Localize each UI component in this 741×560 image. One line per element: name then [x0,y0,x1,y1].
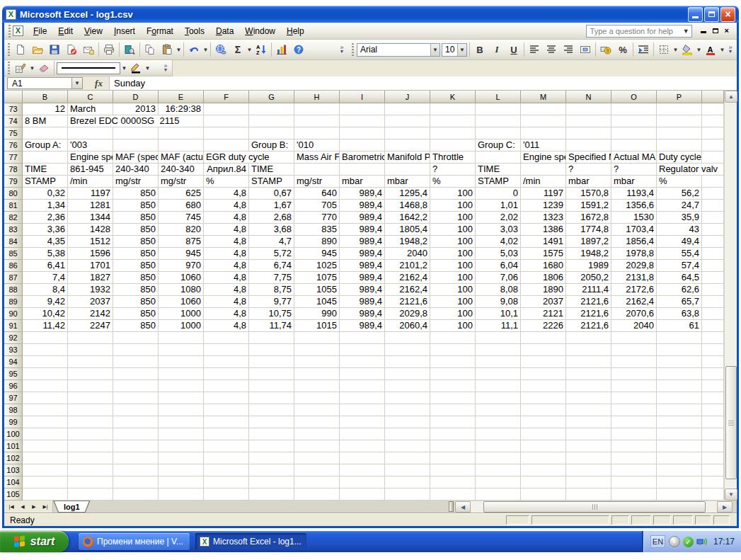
cell-O91[interactable]: 2040 [611,320,657,332]
cell-F77[interactable]: EGR duty cycle [204,152,249,164]
chevron-down-icon[interactable]: ▼ [696,47,702,53]
research-button[interactable] [121,41,138,58]
cell-E102[interactable] [159,452,204,464]
cell-I90[interactable]: 989,4 [340,308,385,320]
cell-H95[interactable] [294,368,340,380]
cell-M76[interactable]: '011 [521,139,566,152]
cell-E92[interactable] [159,332,204,344]
cell-D86[interactable]: 850 [113,260,159,272]
cell-I80[interactable]: 989,4 [340,188,385,200]
column-header-L[interactable]: L [476,91,521,103]
cell-G83[interactable]: 3,68 [249,224,294,236]
cell-F97[interactable] [204,392,249,404]
cell-P95[interactable] [657,368,702,380]
cell-B81[interactable]: 1,34 [23,200,68,212]
bold-icon[interactable]: B [471,41,488,58]
cell-B104[interactable] [23,476,68,488]
row-header-88[interactable]: 88 [4,284,23,296]
cell-B75[interactable] [23,127,68,139]
cell-L74[interactable] [476,115,521,127]
cell-E94[interactable] [159,356,204,368]
cell-I82[interactable]: 989,4 [340,212,385,224]
cell-I89[interactable]: 989,4 [340,296,385,308]
scroll-down-icon[interactable]: ▼ [725,488,737,501]
new-document-button[interactable] [12,41,29,58]
cell-F74[interactable] [204,115,249,127]
cell-I86[interactable]: 989,4 [340,260,385,272]
cell-K105[interactable] [430,488,476,501]
cell-N74[interactable] [566,115,611,127]
cell-L83[interactable]: 3,03 [476,224,521,236]
cell-D88[interactable]: 850 [113,284,159,296]
start-button[interactable]: start [0,531,69,552]
cell-N104[interactable] [566,476,611,488]
close-button[interactable]: × [720,7,735,22]
cell-J80[interactable]: 1295,4 [385,188,430,200]
cell-H104[interactable] [294,476,340,488]
row-header-102[interactable]: 102 [4,452,23,464]
cell-B98[interactable] [23,404,68,416]
new-document-icon[interactable] [12,41,29,58]
name-box[interactable]: A1 [7,77,72,89]
sheet-tab-first-icon[interactable]: |◀ [6,501,17,513]
cell-M84[interactable]: 1491 [521,236,566,248]
cell-G100[interactable] [249,428,294,440]
menu-insert[interactable]: Insert [108,24,141,38]
cell-K95[interactable] [430,368,476,380]
draw-border-button[interactable]: ▼ [12,59,35,76]
cell-O101[interactable] [611,440,657,452]
percent-style-button[interactable]: % [614,41,631,58]
cell-H78[interactable] [294,164,340,176]
increase-indent-icon[interactable] [635,41,652,58]
formula-input[interactable]: Sunday [110,76,737,90]
cell-C89[interactable]: 2037 [68,296,113,308]
cell-L97[interactable] [476,392,521,404]
cell-H77[interactable]: Mass Air F [294,152,340,164]
cell-E91[interactable]: 1000 [159,320,204,332]
cell-C92[interactable] [68,332,113,344]
cell-G73[interactable] [249,103,294,115]
cell-G87[interactable]: 7,75 [249,272,294,284]
increase-indent-button[interactable] [635,41,652,58]
help-icon[interactable]: ? [290,41,307,58]
cell-O73[interactable] [611,103,657,115]
cell-P101[interactable] [657,440,702,452]
cell-I93[interactable] [340,344,385,356]
cell-D79[interactable]: mg/str [113,176,159,188]
cell-P92[interactable] [657,332,702,344]
taskbar-task-excel-doc[interactable]: XMicrosoft Excel - log1... [195,533,306,550]
paste-icon[interactable] [159,41,176,58]
cell-O100[interactable] [611,428,657,440]
cell-L78[interactable]: TIME [476,164,521,176]
cell-L104[interactable] [476,476,521,488]
cell-D80[interactable]: 850 [113,188,159,200]
cell-M94[interactable] [521,356,566,368]
cell-J84[interactable]: 1948,2 [385,236,430,248]
cell-M75[interactable] [521,127,566,139]
chart-wizard-icon[interactable] [273,41,290,58]
row-header-77[interactable]: 77 [4,152,23,164]
cell-C98[interactable] [68,404,113,416]
cell-H74[interactable] [294,115,340,127]
cell-E75[interactable] [159,127,204,139]
fill-color-icon[interactable] [679,41,696,58]
cell-L89[interactable]: 9,08 [476,296,521,308]
cell-F94[interactable] [204,356,249,368]
cell-H97[interactable] [294,392,340,404]
cell-D83[interactable]: 850 [113,224,159,236]
cell-K74[interactable] [430,115,476,127]
cell-C77[interactable]: Engine spe [68,152,113,164]
cell-M81[interactable]: 1239 [521,200,566,212]
select-all-corner[interactable] [4,91,23,103]
cell-M103[interactable] [521,464,566,476]
cell-G81[interactable]: 1,67 [249,200,294,212]
row-header-103[interactable]: 103 [4,464,23,476]
cell-O75[interactable] [611,127,657,139]
cell-C75[interactable] [68,127,113,139]
cell-E81[interactable]: 680 [159,200,204,212]
cell-F102[interactable] [204,452,249,464]
workbook-close-button[interactable]: × [725,27,729,35]
cell-F83[interactable]: 4,8 [204,224,249,236]
cell-L103[interactable] [476,464,521,476]
cell-P73[interactable] [657,103,702,115]
